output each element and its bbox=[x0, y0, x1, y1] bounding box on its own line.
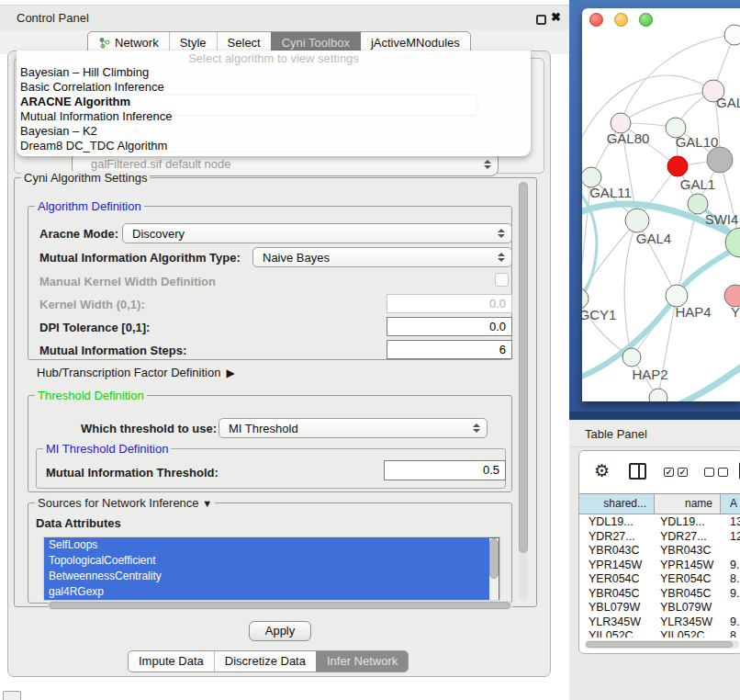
which-threshold-value: MI Threshold bbox=[229, 422, 298, 435]
network-node-label: GAL11 bbox=[589, 185, 632, 200]
table-row[interactable]: YDR27...YDR27...12 bbox=[579, 530, 740, 545]
attribute-list-item[interactable]: BetweennessCentrality bbox=[44, 569, 499, 584]
network-tab-icon bbox=[98, 37, 110, 49]
deselect-all-checkboxes-icon[interactable] bbox=[704, 468, 728, 477]
table-rows: YDL19...YDL19...13YDR27...YDR27...12YBR0… bbox=[579, 515, 740, 638]
aracne-mode-combobox[interactable]: Discovery bbox=[122, 223, 512, 243]
tab-infer-network[interactable]: Infer Network bbox=[316, 651, 408, 672]
settings-vertical-scrollbar[interactable] bbox=[519, 182, 528, 601]
column-header[interactable]: name bbox=[655, 494, 721, 514]
mi-threshold-definition-group: MI Threshold Definition Mutual Informati… bbox=[36, 448, 506, 489]
collapsed-panel-icon[interactable] bbox=[3, 691, 21, 700]
gear-icon[interactable]: ⚙ bbox=[594, 460, 610, 481]
mi-threshold-label: Mutual Information Threshold: bbox=[46, 466, 219, 480]
table-cell: YLR345W bbox=[655, 615, 721, 630]
mi-steps-label: Mutual Information Steps: bbox=[39, 344, 186, 357]
manual-kernel-width-checkbox[interactable] bbox=[495, 273, 509, 287]
apply-button[interactable]: Apply bbox=[249, 621, 311, 641]
network-node-label: GCY1 bbox=[582, 307, 616, 322]
table-cell: YDR27... bbox=[655, 530, 721, 545]
aracne-mode-label: Aracne Mode: bbox=[39, 227, 118, 241]
dropdown-placeholder: Select algorithm to view settings bbox=[17, 51, 531, 65]
scrollbar-thumb[interactable] bbox=[586, 641, 733, 648]
table-row[interactable]: YBL079WYBL079W bbox=[579, 601, 740, 615]
mi-algorithm-type-combobox[interactable]: Naive Bayes bbox=[252, 247, 512, 267]
table-row[interactable]: YBR043CYBR043C bbox=[579, 544, 740, 559]
network-node-top-partial[interactable] bbox=[724, 25, 740, 45]
hub-transcription-label: Hub/Transcription Factor Definition bbox=[37, 366, 220, 379]
attribute-list-item[interactable]: TopologicalCoefficient bbox=[44, 553, 499, 569]
network-edge bbox=[621, 91, 713, 123]
attribute-list-item[interactable]: gal4RGexp bbox=[44, 584, 499, 600]
combo-spinner-icon bbox=[484, 160, 491, 169]
table-row[interactable]: YIL052CYIL052C8. bbox=[579, 629, 740, 638]
table-row[interactable]: YPR145WYPR145W9. bbox=[579, 559, 740, 573]
network-node-red[interactable] bbox=[667, 156, 688, 176]
table-cell: YBR045C bbox=[579, 587, 655, 602]
list-scrollbar[interactable] bbox=[489, 538, 499, 601]
dpi-tolerance-field[interactable]: 0.0 bbox=[387, 317, 512, 336]
combo-spinner-icon bbox=[498, 253, 505, 262]
columns-icon[interactable] bbox=[629, 463, 646, 480]
table-cell bbox=[721, 601, 740, 615]
scrollbar-thumb[interactable] bbox=[49, 602, 510, 609]
data-attributes-list[interactable]: SelfLoopsTopologicalCoefficientBetweenne… bbox=[43, 536, 500, 601]
table-cell: YPR145W bbox=[655, 559, 721, 573]
table-toolbar: ⚙ ✓✓ bbox=[579, 451, 740, 491]
scrollbar-thumb[interactable] bbox=[489, 538, 499, 579]
table-horizontal-scrollbar[interactable] bbox=[585, 640, 739, 649]
algorithm-definition-group: Algorithm Definition Aracne Mode: Discov… bbox=[28, 206, 512, 360]
tab-impute-data[interactable]: Impute Data bbox=[129, 651, 214, 672]
network-node-GAL4[interactable] bbox=[625, 209, 649, 232]
network-table-combobox-value: galFiltered.sif default node bbox=[91, 157, 230, 171]
which-threshold-combobox[interactable]: MI Threshold bbox=[219, 418, 488, 438]
network-node-label: GAL4 bbox=[636, 231, 671, 246]
network-node-label: GAL1 bbox=[680, 176, 715, 192]
table-panel-titlebar: Table Panel bbox=[569, 420, 740, 447]
table-panel-area: Table Panel ⚙ ✓✓ shared...nameA YDL19...… bbox=[569, 420, 740, 700]
dropdown-item[interactable]: Bayesian – K2 bbox=[20, 124, 525, 139]
sources-group: Sources for Network Inference ▼ Data Att… bbox=[28, 502, 512, 604]
table-cell: 9. bbox=[721, 559, 740, 573]
threshold-definition-title: Threshold Definition bbox=[35, 389, 147, 402]
dropdown-item[interactable]: Basic Correlation Inference bbox=[20, 80, 525, 95]
mi-threshold-field[interactable]: 0.5 bbox=[384, 460, 506, 480]
table-row[interactable]: YER054CYER054C8. bbox=[579, 572, 740, 587]
sources-group-title[interactable]: Sources for Network Inference ▼ bbox=[35, 496, 215, 511]
select-all-checkboxes-icon[interactable]: ✓✓ bbox=[664, 468, 688, 477]
network-canvas[interactable]: GALGAL80GAL10GAL1GAL11SWI4GAL4GCY1HAP4YH… bbox=[582, 8, 740, 401]
hub-transcription-expander[interactable]: Hub/Transcription Factor Definition▶ bbox=[37, 366, 235, 379]
table-row[interactable]: YDL19...YDL19...13 bbox=[579, 515, 740, 530]
column-header[interactable]: A bbox=[721, 494, 740, 514]
kernel-width-field[interactable]: 0.0 bbox=[387, 294, 512, 313]
network-node-HAP2[interactable] bbox=[622, 348, 641, 367]
kernel-width-label: Kernel Width (0,1): bbox=[39, 298, 145, 311]
mi-steps-field[interactable]: 6 bbox=[387, 340, 512, 359]
network-node-gray[interactable] bbox=[707, 147, 733, 173]
close-icon[interactable]: ✖ bbox=[551, 10, 561, 24]
expand-arrow-icon: ▶ bbox=[226, 367, 234, 379]
network-node-GCY1[interactable] bbox=[582, 288, 589, 309]
network-node-label: GAL bbox=[716, 95, 740, 110]
algorithm-definition-title: Algorithm Definition bbox=[35, 199, 144, 213]
dropdown-item[interactable]: Dream8 DC_TDC Algorithm bbox=[20, 139, 525, 153]
network-view-window[interactable]: GALGAL80GAL10GAL1GAL11SWI4GAL4GCY1HAP4YH… bbox=[582, 8, 740, 401]
dropdown-item[interactable]: Mutual Information Inference bbox=[20, 109, 525, 124]
table-cell: YDR27... bbox=[579, 530, 655, 545]
settings-horizontal-scrollbar[interactable] bbox=[48, 601, 512, 610]
settings-group-title: Cyni Algorithm Settings bbox=[21, 171, 150, 185]
tab-discretize-data[interactable]: Discretize Data bbox=[214, 651, 316, 672]
network-node-bottom[interactable] bbox=[649, 389, 667, 401]
attribute-list-item[interactable]: SelfLoops bbox=[44, 537, 499, 553]
table-cell: YIL052C bbox=[579, 629, 655, 638]
column-header[interactable]: shared... bbox=[579, 494, 655, 514]
table-cell: YBR043C bbox=[655, 544, 721, 559]
dropdown-item[interactable]: Bayesian – Hill Climbing bbox=[20, 65, 525, 80]
dropdown-item[interactable]: ARACNE Algorithm bbox=[20, 95, 525, 109]
mi-algorithm-type-label: Mutual Information Algorithm Type: bbox=[39, 251, 241, 265]
table-panel-title: Table Panel bbox=[585, 427, 647, 441]
float-window-icon[interactable] bbox=[536, 15, 546, 25]
table-row[interactable]: YLR345WYLR345W9. bbox=[579, 615, 740, 630]
table-row[interactable]: YBR045CYBR045C9. bbox=[579, 587, 740, 602]
scrollbar-thumb[interactable] bbox=[519, 182, 528, 553]
